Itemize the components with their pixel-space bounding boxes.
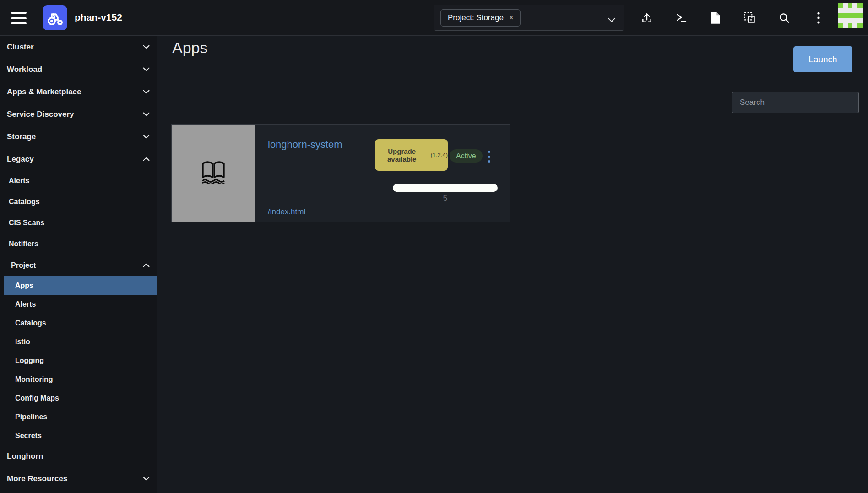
chevron-down-icon	[143, 477, 150, 481]
avatar-cell	[852, 13, 857, 18]
app-card: longhorn-system Upgrade available (1.2.4…	[171, 124, 510, 222]
chevron-down-icon	[143, 90, 150, 94]
sidebar-item-alerts[interactable]: Alerts	[0, 295, 157, 314]
app-thumbnail	[172, 125, 255, 222]
close-icon[interactable]: ×	[509, 14, 513, 22]
sidebar-item-cluster[interactable]: Cluster	[0, 36, 157, 58]
avatar-cell	[857, 3, 863, 8]
sidebar-item-logging[interactable]: Logging	[0, 351, 157, 370]
sidebar-item-label: Istio	[15, 338, 30, 346]
sidebar-item-longhorn[interactable]: Longhorn	[0, 445, 157, 467]
avatar-cell	[848, 13, 853, 18]
avatar-cell	[848, 3, 853, 8]
upgrade-label: Upgrade available	[375, 147, 429, 163]
sidebar-item-label: CIS Scans	[9, 219, 44, 227]
app-kebab-icon[interactable]	[483, 151, 494, 163]
sidebar-item-label: Logging	[15, 357, 44, 365]
project-namespace-dropdown[interactable]: Project: Storage ×	[434, 5, 624, 31]
upload-icon[interactable]	[629, 5, 664, 31]
sidebar-item-pipelines[interactable]: Pipelines	[0, 407, 157, 426]
sidebar-item-notifiers[interactable]: Notifiers	[0, 233, 157, 255]
sidebar-item-label: Config Maps	[15, 394, 59, 402]
search-icon[interactable]	[767, 5, 801, 31]
avatar-cell	[843, 8, 848, 13]
avatar-cell	[843, 3, 848, 8]
chevron-down-icon	[608, 16, 616, 24]
menu-icon[interactable]	[11, 12, 27, 24]
avatar-cell	[857, 8, 863, 13]
avatar-cell	[838, 23, 843, 28]
avatar-cell	[838, 18, 843, 23]
avatar-cell	[843, 18, 848, 23]
sidebar-item-monitoring[interactable]: Monitoring	[0, 370, 157, 389]
avatar-cell	[857, 18, 863, 23]
terminal-icon[interactable]	[664, 5, 698, 31]
sidebar-item-label: Catalogs	[15, 319, 46, 327]
sidebar-item-istio[interactable]: Istio	[0, 332, 157, 351]
search-input[interactable]	[732, 92, 859, 113]
project-filter-chip[interactable]: Project: Storage ×	[440, 9, 521, 27]
sidebar-item-label: Cluster	[7, 43, 34, 52]
sidebar-item-storage[interactable]: Storage	[0, 125, 157, 148]
sidebar-item-apps[interactable]: Apps	[4, 276, 157, 295]
avatar-cell	[843, 23, 848, 28]
sidebar-item-label: Service Discovery	[7, 110, 74, 119]
sidebar-item-apps-marketplace[interactable]: Apps & Marketplace	[0, 81, 157, 103]
avatar-cell	[838, 8, 843, 13]
replica-progress-bar	[393, 184, 498, 192]
sidebar-item-catalogs[interactable]: Catalogs	[0, 191, 157, 212]
sidebar-item-label: Apps	[15, 282, 33, 290]
avatar-cell	[852, 23, 857, 28]
project-filter-label: Project: Storage	[448, 13, 504, 22]
copy-icon[interactable]	[732, 5, 767, 31]
avatar-cell	[852, 3, 857, 8]
avatar-cell	[848, 8, 853, 13]
sidebar-item-label: Storage	[7, 132, 36, 141]
sidebar-item-catalogs[interactable]: Catalogs	[0, 314, 157, 332]
user-avatar[interactable]	[838, 3, 863, 28]
app-card-body: longhorn-system Upgrade available (1.2.4…	[255, 125, 510, 222]
sidebar-item-label: Apps & Marketplace	[7, 87, 81, 97]
chevron-up-icon	[143, 157, 150, 161]
sidebar-item-label: Monitoring	[15, 375, 53, 384]
side-navigation: ClusterWorkloadApps & MarketplaceService…	[0, 36, 157, 493]
cluster-name-title: phan-v152	[75, 12, 122, 23]
avatar-cell	[848, 23, 853, 28]
app-endpoint-link[interactable]: /index.html	[268, 207, 305, 217]
sidebar-item-label: Secrets	[15, 432, 42, 440]
sidebar-item-secrets[interactable]: Secrets	[0, 426, 157, 445]
sidebar-item-label: Alerts	[9, 177, 29, 185]
avatar-cell	[857, 13, 863, 18]
avatar-cell	[838, 13, 843, 18]
replica-count: 5	[393, 194, 498, 203]
sidebar-item-label: Catalogs	[9, 198, 40, 206]
chevron-down-icon	[143, 112, 150, 116]
sidebar-item-service-discovery[interactable]: Service Discovery	[0, 103, 157, 125]
tractor-logo-icon[interactable]	[43, 5, 67, 30]
sidebar-item-project[interactable]: Project	[0, 255, 157, 276]
avatar-cell	[852, 18, 857, 23]
top-header: phan-v152 Project: Storage ×	[0, 0, 868, 36]
status-badge: Active	[450, 149, 483, 163]
avatar-cell	[852, 8, 857, 13]
main-content: Apps Launch longhorn-system Upgrade avai…	[157, 36, 868, 493]
sidebar-item-label: More Resources	[7, 474, 67, 483]
page-title: Apps	[172, 39, 208, 57]
avatar-cell	[848, 18, 853, 23]
sidebar-item-legacy[interactable]: Legacy	[0, 148, 157, 170]
upgrade-available-button[interactable]: Upgrade available (1.2.4)	[375, 139, 448, 171]
sidebar-item-label: Legacy	[7, 155, 34, 164]
sidebar-item-more-resources[interactable]: More Resources	[0, 467, 157, 490]
open-book-icon	[199, 160, 228, 186]
sidebar-item-config-maps[interactable]: Config Maps	[0, 389, 157, 407]
sidebar-item-label: Notifiers	[9, 240, 38, 248]
sidebar-item-alerts[interactable]: Alerts	[0, 170, 157, 191]
sidebar-item-cis-scans[interactable]: CIS Scans	[0, 212, 157, 233]
sidebar-item-workload[interactable]: Workload	[0, 58, 157, 81]
app-name-link[interactable]: longhorn-system	[268, 139, 342, 151]
sidebar-item-label: Alerts	[15, 300, 36, 309]
chevron-down-icon	[143, 45, 150, 49]
file-icon[interactable]	[698, 5, 732, 31]
kebab-icon[interactable]	[801, 5, 835, 31]
launch-button[interactable]: Launch	[793, 46, 852, 72]
